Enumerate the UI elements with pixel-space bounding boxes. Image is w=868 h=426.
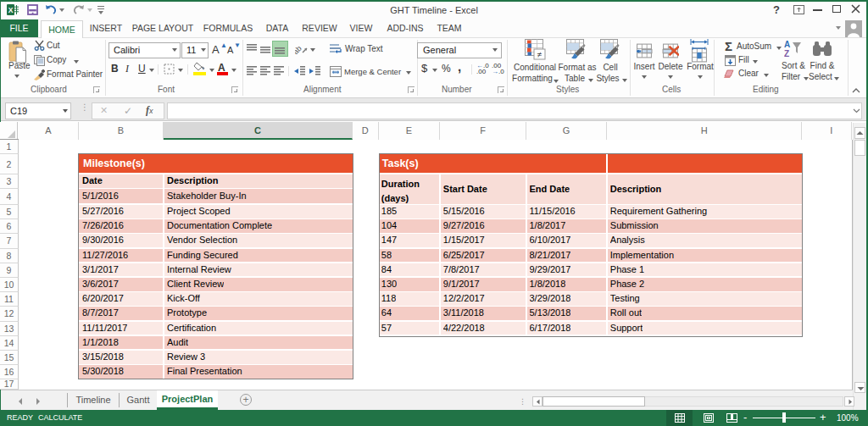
- svg-text:ab: ab: [295, 44, 303, 55]
- svg-text:≠: ≠: [537, 50, 542, 59]
- svg-text:Z: Z: [784, 49, 789, 58]
- svg-text:A: A: [784, 40, 790, 49]
